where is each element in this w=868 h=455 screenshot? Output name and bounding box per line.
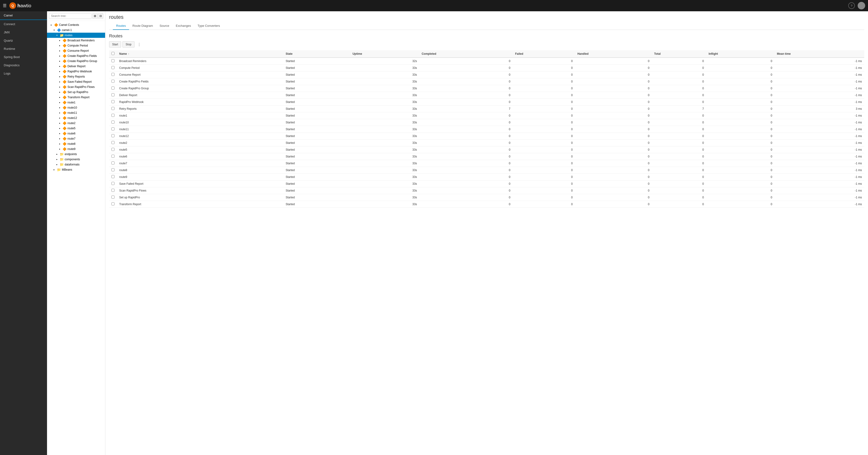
table-row: route9Started33s00000-1 ms (109, 174, 864, 181)
tree-node-label: Save Failed Report (67, 80, 92, 84)
tabs-bar: RoutesRoute DiagramSourceExchangesType C… (109, 22, 864, 30)
row-cell-mean-time: -1 ms (775, 71, 864, 78)
row-cell-mean-time: -1 ms (775, 147, 864, 153)
row-checkbox[interactable] (112, 73, 115, 76)
row-checkbox[interactable] (112, 114, 115, 117)
help-button[interactable]: ? (848, 2, 855, 9)
row-checkbox-cell (109, 167, 117, 174)
tree-node-compute-period[interactable]: ▸🔶Compute Period (47, 43, 105, 48)
row-checkbox[interactable] (112, 202, 115, 205)
row-checkbox[interactable] (112, 196, 115, 199)
tree-node-retry-reports[interactable]: ▸🔶Retry Reports (47, 74, 105, 79)
sidebar-item-quartz[interactable]: Quartz (0, 36, 47, 45)
sidebar-item-label-connect: Connect (4, 22, 15, 26)
row-cell-inflight: 0 (706, 133, 775, 140)
row-checkbox[interactable] (112, 148, 115, 151)
tree-node-route11[interactable]: ▸🔶route11 (47, 110, 105, 116)
tree-node-route10[interactable]: ▸🔶route10 (47, 105, 105, 110)
user-avatar[interactable] (858, 2, 865, 9)
tree-node-routes[interactable]: ▾📁routes (47, 33, 105, 38)
tree-node-consume-report[interactable]: ▸🔶Consume Report (47, 48, 105, 53)
tab-exchanges[interactable]: Exchanges (173, 22, 194, 30)
row-checkbox[interactable] (112, 161, 115, 164)
tree-node-route5[interactable]: ▸🔶route5 (47, 126, 105, 131)
expand-all-button[interactable]: ⊞ (92, 13, 98, 19)
tree-node-create-rapidpro-fields[interactable]: ▸🔶Create RapidPro Fields (47, 53, 105, 59)
row-checkbox[interactable] (112, 87, 115, 90)
tree-node-set-up-rapidpro[interactable]: ▸🔶Set up RapidPro (47, 90, 105, 95)
row-cell-name: Create RapidPro Fields (117, 78, 283, 85)
tree-node-route6[interactable]: ▸🔶route6 (47, 131, 105, 136)
row-checkbox[interactable] (112, 141, 115, 144)
tree-node-scan-rapidpro-flows[interactable]: ▸🔶Scan RapidPro Flows (47, 85, 105, 90)
tree-node-endpoints[interactable]: ▸📁endpoints (47, 152, 105, 157)
row-checkbox[interactable] (112, 59, 115, 62)
row-cell-completed: 0 (419, 194, 513, 201)
sidebar-item-jmx[interactable]: JMX (0, 28, 47, 36)
sidebar-item-diagnostics[interactable]: Diagnostics (0, 61, 47, 69)
start-button[interactable]: Start (109, 41, 121, 47)
tab-routes[interactable]: Routes (113, 22, 129, 30)
row-checkbox[interactable] (112, 93, 115, 96)
collapse-all-button[interactable]: ⊟ (98, 13, 103, 19)
row-checkbox[interactable] (112, 182, 115, 185)
tree-node-components[interactable]: ▸📁components (47, 157, 105, 162)
row-checkbox[interactable] (112, 121, 115, 124)
row-checkbox[interactable] (112, 189, 115, 192)
table-header-state: State (283, 50, 350, 58)
tree-node-mbeans[interactable]: ▸📁MBeans (47, 167, 105, 172)
tree-node-transform-report[interactable]: ▸🔶Transform Report (47, 95, 105, 100)
tree-node-icon: 🔶 (63, 54, 66, 58)
search-input[interactable] (49, 13, 91, 19)
tree-node-label: route6 (67, 132, 75, 135)
row-cell-failed: 0 (513, 167, 575, 174)
tree-node-dataformats[interactable]: ▸📁dataformats (47, 162, 105, 167)
sidebar-item-connect[interactable]: Connect (0, 20, 47, 28)
row-cell-inflight: 0 (706, 119, 775, 126)
row-checkbox[interactable] (112, 168, 115, 171)
tab-route-diagram[interactable]: Route Diagram (129, 22, 156, 30)
row-checkbox[interactable] (112, 107, 115, 110)
row-checkbox[interactable] (112, 80, 115, 83)
row-cell-uptime: 33s (350, 181, 419, 187)
sidebar-item-runtime[interactable]: Runtime (0, 45, 47, 53)
sidebar-item-springboot[interactable]: Spring Boot (0, 53, 47, 61)
tree-node-route9[interactable]: ▸🔶route9 (47, 147, 105, 152)
topbar: ☰ Q hawtio ? (0, 0, 868, 11)
tree-chevron-icon: ▸ (59, 148, 62, 150)
row-cell-completed: 0 (419, 174, 513, 181)
sidebar-item-logs[interactable]: Logs (0, 69, 47, 77)
tree-node-route12[interactable]: ▸🔶route12 (47, 116, 105, 121)
hamburger-icon[interactable]: ☰ (3, 3, 7, 8)
table-row: Save Failed ReportStarted33s00000-1 ms (109, 181, 864, 187)
tree-node-route8[interactable]: ▸🔶route8 (47, 141, 105, 147)
row-cell-inflight: 0 (706, 92, 775, 99)
tree-node-route1[interactable]: ▸🔶route1 (47, 100, 105, 105)
row-checkbox[interactable] (112, 175, 115, 178)
tree-node-icon: 🔶 (63, 85, 66, 89)
tree-node-save-failed-report[interactable]: ▸🔶Save Failed Report (47, 79, 105, 85)
row-checkbox[interactable] (112, 155, 115, 158)
tree-node-icon: 🔶 (63, 64, 66, 68)
tree-node-camel-contexts[interactable]: ▸🔶Camel Contexts (47, 22, 105, 28)
tree-node-rapidpro-webhook[interactable]: ▸🔶RapidPro Webhook (47, 69, 105, 74)
row-checkbox[interactable] (112, 134, 115, 137)
tree-node-route7[interactable]: ▸🔶route7 (47, 136, 105, 141)
tab-type-converters[interactable]: Type Converters (194, 22, 223, 30)
row-checkbox-cell (109, 201, 117, 208)
row-checkbox[interactable] (112, 100, 115, 103)
select-all-checkbox[interactable] (112, 52, 115, 55)
tree-node-route2[interactable]: ▸🔶route2 (47, 121, 105, 126)
tree-node-create-rapidpro-group[interactable]: ▸🔶Create RapidPro Group (47, 59, 105, 64)
more-options-button[interactable]: ⋮ (136, 42, 143, 47)
tab-source[interactable]: Source (156, 22, 173, 30)
tree-node-camel-1[interactable]: ▾🔷camel-1 (47, 28, 105, 33)
row-checkbox[interactable] (112, 66, 115, 69)
stop-button[interactable]: Stop (123, 41, 134, 47)
sidebar-item-camel[interactable]: Camel (0, 11, 47, 20)
tree-node-deliver-report[interactable]: ▸🔶Deliver Report (47, 64, 105, 69)
row-checkbox[interactable] (112, 127, 115, 130)
row-cell-total: 0 (652, 140, 706, 147)
tree-node-broadcast-reminders[interactable]: ▸🔶Broadcast Reminders (47, 38, 105, 43)
table-header-name[interactable]: Name ↑ (117, 50, 283, 58)
